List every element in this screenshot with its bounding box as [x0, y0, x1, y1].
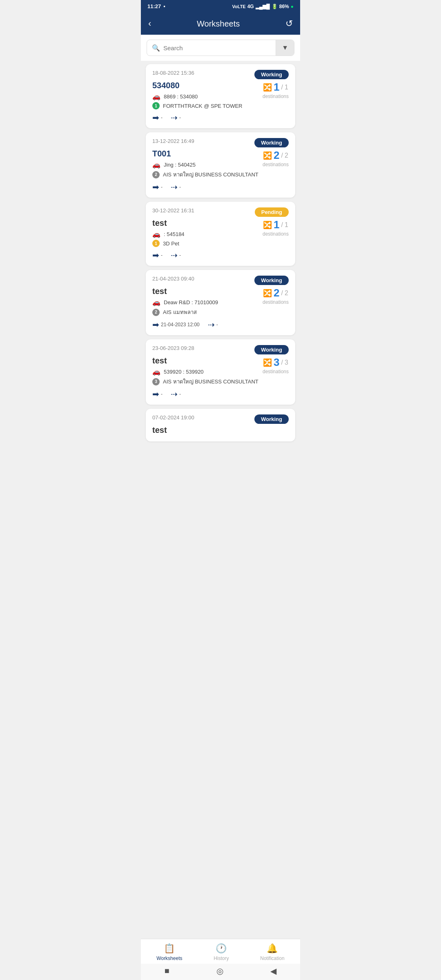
dots-arrow-icon-5: ⇢: [171, 389, 178, 399]
card-3-bottom-info: ➡ - ⇢ -: [152, 250, 263, 260]
card-1-depart: ➡ -: [152, 113, 163, 122]
filter-button[interactable]: ▼: [276, 40, 294, 56]
status-time: 11:27 ▪: [147, 3, 165, 9]
search-input-wrap[interactable]: 🔍: [147, 41, 276, 55]
worksheet-card-6[interactable]: 07-02-2024 19:00 Working test: [146, 409, 295, 441]
card-3-dest-label: destinations: [263, 231, 289, 237]
card-1-arrive-time: -: [179, 115, 181, 120]
card-4-location-row: 2 AIS แมทพลาส: [152, 308, 263, 316]
card-4-vehicle-row: 🚗 Deaw R&D : 71010009: [152, 298, 263, 306]
card-1-location-row: 1 FORTTHTRACK @ SPE TOWER: [152, 102, 263, 109]
dots-arrow-icon: ⇢: [171, 113, 178, 122]
worksheet-card-2[interactable]: 13-12-2022 16:49 Working T001 🚗 Jing : 5…: [146, 132, 295, 198]
search-icon: 🔍: [152, 44, 160, 52]
card-3-location-row: 1 3D Pet: [152, 240, 263, 247]
search-bar-container: 🔍 ▼: [141, 35, 300, 61]
card-3-header: 30-12-2022 16:31 Pending: [152, 207, 289, 217]
location-pin-3-icon: 1: [152, 240, 160, 247]
header: ‹ Worksheets ↺: [141, 13, 300, 35]
card-2-vehicle: Jing : 540425: [164, 162, 196, 168]
card-2-bottom-info: ➡ - ⇢ -: [152, 182, 263, 192]
refresh-button[interactable]: ↺: [285, 18, 293, 29]
card-1-header: 18-08-2022 15:36 Working: [152, 70, 289, 79]
battery-level: 86%: [279, 4, 289, 9]
card-2-dest-current: 2: [274, 149, 279, 162]
card-4-dest: 🔀 2 / 2 destinations: [263, 287, 289, 305]
card-5-depart-time: -: [161, 391, 163, 397]
card-2-location: AIS หาดใหญ่ BUSINESS CONSULTANT: [163, 170, 258, 179]
card-1-dest-sep: /: [281, 84, 283, 91]
card-3-location: 3D Pet: [163, 241, 179, 247]
card-1-depart-time: -: [161, 115, 163, 120]
card-2-vehicle-row: 🚗 Jing : 540425: [152, 161, 263, 169]
card-5-date: 23-06-2023 09:28: [152, 345, 194, 351]
card-5-vehicle: 539920 : 539920: [164, 369, 204, 375]
worksheet-card-1[interactable]: 18-08-2022 15:36 Working 534080 🚗 8869 :…: [146, 64, 295, 128]
dots-arrow-icon-4: ⇢: [208, 320, 215, 330]
card-5-vehicle-row: 🚗 539920 : 539920: [152, 368, 263, 376]
network-icon: 4G: [247, 4, 254, 9]
worksheet-card-5[interactable]: 23-06-2023 09:28 Working test 🚗 539920 :…: [146, 339, 295, 405]
car-icon-3: 🚗: [152, 230, 160, 238]
card-5-dest-total: 3: [285, 359, 288, 366]
card-3-vehicle-row: 🚗 : 545184: [152, 230, 263, 238]
card-4-vehicle: Deaw R&D : 71010009: [164, 299, 218, 305]
card-2-dest-label: destinations: [263, 162, 289, 167]
card-4-date: 21-04-2023 09:40: [152, 276, 194, 282]
card-4-id: test: [152, 287, 263, 296]
card-2-dest: 🔀 2 / 2 destinations: [263, 149, 289, 167]
search-inner: 🔍 ▼: [147, 40, 294, 56]
arrow-right-icon: ➡: [152, 113, 159, 122]
card-1-dest-total: 1: [285, 84, 288, 91]
worksheet-card-3[interactable]: 30-12-2022 16:31 Pending test 🚗 : 545184…: [146, 202, 295, 266]
card-2-id: T001: [152, 149, 263, 158]
car-icon-5: 🚗: [152, 368, 160, 376]
card-6-status-badge: Working: [254, 414, 289, 424]
card-1-location: FORTTHTRACK @ SPE TOWER: [163, 103, 243, 109]
card-5-arrive-time: -: [179, 391, 181, 397]
card-1-arrive: ⇢ -: [171, 113, 181, 122]
arrow-right-icon-5: ➡: [152, 389, 159, 399]
card-1-vehicle: 8869 : 534080: [164, 94, 198, 100]
battery-icon: 🔋: [272, 4, 278, 9]
card-3-arrive-time: -: [179, 252, 181, 258]
card-5-location: AIS หาดใหญ่ BUSINESS CONSULTANT: [163, 377, 258, 386]
card-3-vehicle: : 545184: [164, 231, 185, 237]
card-1-dest: 🔀 1 / 1 destinations: [263, 81, 289, 99]
card-5-id: test: [152, 356, 263, 365]
card-3-dest-total: 1: [285, 221, 288, 229]
card-3-dest: 🔀 1 / 1 destinations: [263, 218, 289, 237]
cards-container: 18-08-2022 15:36 Working 534080 🚗 8869 :…: [141, 61, 300, 494]
card-6-header: 07-02-2024 19:00 Working: [152, 414, 289, 424]
search-input[interactable]: [163, 45, 271, 51]
card-4-arrive-time: -: [216, 322, 218, 327]
card-2-date: 13-12-2022 16:49: [152, 138, 194, 144]
card-4-bottom-info: ➡ 21-04-2023 12:00 ⇢ -: [152, 320, 263, 330]
card-1-dest-current: 1: [274, 81, 279, 94]
route-icon-2: 🔀: [263, 151, 272, 160]
location-pin-1-icon: 1: [152, 102, 160, 109]
route-icon-4: 🔀: [263, 289, 272, 298]
card-4-depart-time: 21-04-2023 12:00: [161, 322, 200, 327]
card-3-dest-current: 1: [274, 218, 279, 231]
back-button[interactable]: ‹: [148, 18, 151, 29]
card-3-date: 30-12-2022 16:31: [152, 207, 194, 214]
worksheet-card-4[interactable]: 21-04-2023 09:40 Working test 🚗 Deaw R&D…: [146, 270, 295, 335]
card-1-vehicle-row: 🚗 8869 : 534080: [152, 93, 263, 100]
card-1-id: 534080: [152, 81, 263, 90]
card-4-header: 21-04-2023 09:40 Working: [152, 276, 289, 285]
arrow-right-icon-3: ➡: [152, 250, 159, 260]
volte-icon: VoLTE: [232, 4, 245, 9]
location-pin-5-icon: 3: [152, 378, 160, 385]
card-5-dest: 🔀 3 / 3 destinations: [263, 356, 289, 374]
card-4-dest-total: 2: [285, 290, 288, 297]
card-5-location-row: 3 AIS หาดใหญ่ BUSINESS CONSULTANT: [152, 377, 263, 386]
card-6-id: test: [152, 425, 289, 435]
card-5-header: 23-06-2023 09:28 Working: [152, 345, 289, 354]
location-pin-2-icon: 2: [152, 171, 160, 178]
card-6-date: 07-02-2024 19:00: [152, 414, 194, 421]
status-square-icon: ▪: [163, 3, 165, 9]
card-5-dest-current: 3: [274, 356, 279, 369]
car-icon-2: 🚗: [152, 161, 160, 169]
card-5-status-badge: Working: [254, 345, 289, 354]
